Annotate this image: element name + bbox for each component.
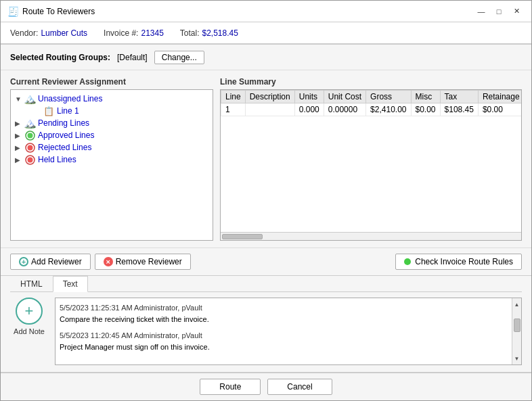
table-cell: $0.00: [478, 103, 521, 116]
total-label: Total:: [180, 28, 200, 38]
note-meta: 5/5/2023 11:20:45 AM Administrator, pVau…: [60, 330, 508, 341]
actions-left: + Add Reviewer × Remove Reviewer: [10, 254, 191, 270]
tree-item-held[interactable]: ▶ Held Lines: [14, 154, 210, 166]
table-scroll[interactable]: Line Description Units Unit Cost Gross M…: [221, 90, 521, 232]
note-meta: 5/5/2023 11:25:31 AM Administrator, pVau…: [60, 302, 508, 314]
table-cell: $0.00: [411, 103, 440, 116]
col-tax: Tax: [440, 91, 478, 103]
add-note-button[interactable]: + Add Note: [10, 298, 48, 365]
scrollbar-v-thumb[interactable]: [514, 319, 520, 332]
main-content: Current Reviewer Assignment ▼ 🏔️ Unassig…: [1, 70, 531, 247]
expand-icon-held[interactable]: ▶: [15, 156, 24, 164]
table-cell: 1: [221, 103, 246, 116]
title-bar: 🧾 Route To Reviewers — □ ✕: [1, 1, 531, 22]
unassigned-icon: 🏔️: [24, 93, 35, 104]
table-cell: $108.45: [440, 103, 478, 116]
cancel-button[interactable]: Cancel: [267, 379, 332, 395]
maximize-button[interactable]: □: [491, 5, 507, 18]
horizontal-scrollbar[interactable]: [221, 232, 521, 240]
expand-icon-approved[interactable]: ▶: [15, 132, 24, 139]
notes-section: HTML Text + Add Note 5/5/2023 11:25:31 A…: [1, 276, 531, 372]
right-panel-title: Line Summary: [220, 77, 522, 87]
invoice-label: Invoice #:: [104, 28, 138, 38]
held-label: Held Lines: [38, 155, 76, 164]
total-info: Total: $2,518.45: [180, 28, 238, 38]
vendor-info: Vendor: Lumber Cuts: [10, 28, 87, 38]
approved-icon: [24, 130, 35, 141]
vendor-value: Lumber Cuts: [41, 28, 87, 38]
held-icon: [24, 154, 35, 165]
table-cell: 0.000: [294, 103, 324, 116]
total-value: $2,518.45: [202, 28, 238, 38]
actions-bar: + Add Reviewer × Remove Reviewer Check I…: [1, 247, 531, 275]
window-title: Route To Reviewers: [22, 7, 95, 16]
table-cell: [245, 103, 294, 116]
col-gross: Gross: [366, 91, 411, 103]
unassigned-label: Unassigned Lines: [38, 94, 102, 103]
vertical-scrollbar[interactable]: ▲ ▼: [512, 298, 521, 364]
approved-label: Approved Lines: [38, 131, 94, 140]
col-units: Units: [294, 91, 324, 103]
col-description: Description: [245, 91, 294, 103]
note-entry: 5/5/2023 11:20:45 AM Administrator, pVau…: [60, 330, 508, 352]
info-bar: Vendor: Lumber Cuts Invoice #: 21345 Tot…: [1, 22, 531, 44]
invoice-info: Invoice #: 21345: [104, 28, 164, 38]
change-button[interactable]: Change...: [154, 51, 204, 64]
close-button[interactable]: ✕: [508, 5, 525, 18]
routing-label: Selected Routing Groups:: [10, 53, 110, 62]
green-dot-icon: [404, 258, 411, 265]
main-window: 🧾 Route To Reviewers — □ ✕ Vendor: Lumbe…: [0, 0, 532, 401]
minimize-button[interactable]: —: [473, 5, 489, 18]
check-route-button[interactable]: Check Invoice Route Rules: [395, 254, 522, 270]
tab-text[interactable]: Text: [53, 276, 88, 292]
tree-item-unassigned[interactable]: ▼ 🏔️ Unassigned Lines: [14, 93, 210, 105]
note-text: Project Manager must sign off on this in…: [60, 341, 508, 353]
col-line: Line: [221, 91, 246, 103]
scroll-down-arrow[interactable]: ▼: [514, 354, 520, 363]
add-reviewer-label: Add Reviewer: [31, 257, 82, 266]
scroll-up-arrow[interactable]: ▲: [514, 300, 520, 309]
tree-item-rejected[interactable]: ▶ Rejected Lines: [14, 141, 210, 154]
add-note-circle-icon: +: [16, 298, 43, 325]
expand-icon-rejected[interactable]: ▶: [15, 144, 24, 151]
pending-label: Pending Lines: [38, 118, 89, 128]
line1-icon: 📋: [43, 105, 54, 116]
tree-item-pending[interactable]: ▶ 🏔️ Pending Lines: [14, 117, 210, 129]
vendor-label: Vendor:: [10, 28, 38, 38]
note-entry: 5/5/2023 11:25:31 AM Administrator, pVau…: [60, 302, 508, 325]
add-reviewer-button[interactable]: + Add Reviewer: [10, 254, 91, 270]
remove-reviewer-button[interactable]: × Remove Reviewer: [95, 254, 191, 270]
add-note-label: Add Note: [14, 327, 45, 335]
line-summary-table-container: Line Description Units Unit Cost Gross M…: [220, 89, 522, 241]
title-bar-left: 🧾 Route To Reviewers: [7, 6, 95, 17]
notes-textarea-container: 5/5/2023 11:25:31 AM Administrator, pVau…: [55, 298, 522, 365]
right-panel: Line Summary Line Description Units Unit…: [220, 77, 522, 241]
route-button[interactable]: Route: [200, 379, 261, 395]
svg-point-5: [27, 157, 32, 162]
reviewer-tree[interactable]: ▼ 🏔️ Unassigned Lines 📋 Line 1 ▶ 🏔️ Pend…: [10, 89, 213, 241]
tree-item-line1[interactable]: 📋 Line 1: [32, 105, 210, 117]
rejected-label: Rejected Lines: [38, 143, 91, 152]
notes-content[interactable]: 5/5/2023 11:25:31 AM Administrator, pVau…: [56, 298, 512, 364]
invoice-value: 21345: [141, 28, 163, 38]
col-unit-cost: Unit Cost: [324, 91, 365, 103]
tree-item-approved[interactable]: ▶ Approved Lines: [14, 129, 210, 141]
routing-bar: Selected Routing Groups: [Default] Chang…: [1, 45, 531, 70]
table-header-row: Line Description Units Unit Cost Gross M…: [221, 91, 522, 103]
check-route-label: Check Invoice Route Rules: [415, 257, 513, 266]
tab-html[interactable]: HTML: [10, 276, 53, 291]
left-panel-title: Current Reviewer Assignment: [10, 77, 213, 87]
line1-label: Line 1: [57, 106, 79, 116]
window-icon: 🧾: [7, 6, 18, 17]
table-row[interactable]: 10.0000.00000$2,410.00$0.00$108.45$0.00: [221, 103, 522, 116]
table-cell: 0.00000: [324, 103, 365, 116]
footer-bar: Route Cancel: [1, 373, 531, 400]
title-bar-controls: — □ ✕: [473, 5, 525, 18]
tabs-bar: HTML Text: [10, 276, 522, 292]
scrollbar-thumb[interactable]: [222, 234, 263, 239]
line-summary-table: Line Description Units Unit Cost Gross M…: [221, 90, 521, 116]
table-cell: $2,410.00: [366, 103, 411, 116]
note-text: Compare the receiving ticket with the in…: [60, 314, 508, 325]
routing-value: [Default]: [117, 53, 148, 62]
left-panel: Current Reviewer Assignment ▼ 🏔️ Unassig…: [10, 77, 213, 241]
